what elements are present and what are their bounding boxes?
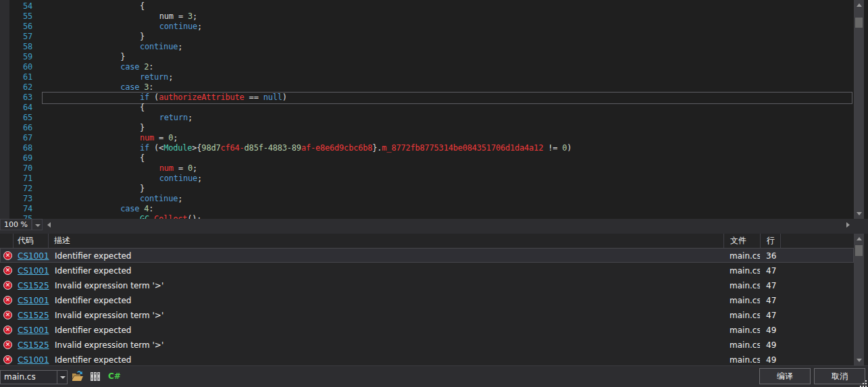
column-severity[interactable] xyxy=(0,234,14,248)
error-code-link[interactable]: CS1525 xyxy=(18,311,49,320)
error-line: 49 xyxy=(760,323,780,336)
error-row-spacer xyxy=(780,263,853,277)
error-code-cell: CS1001 xyxy=(14,353,49,365)
code-line[interactable]: 74case 4: xyxy=(0,204,868,214)
error-code-link[interactable]: CS1001 xyxy=(18,266,49,276)
error-row[interactable]: ✕CS1001Identifier expectedmain.cs47 xyxy=(0,263,854,278)
error-code-link[interactable]: CS1001 xyxy=(18,296,49,305)
error-code-cell: CS1001 xyxy=(14,323,49,336)
scroll-down-icon[interactable] xyxy=(854,355,864,365)
error-row[interactable]: ✕CS1001Identifier expectedmain.cs36 xyxy=(0,248,854,263)
code-line[interactable]: 69{ xyxy=(0,153,868,163)
code-editor[interactable]: 54{55num = 3;56continue;57}58continue;59… xyxy=(0,0,868,219)
column-code[interactable]: 代码 xyxy=(14,234,49,248)
compile-button[interactable]: 编译 xyxy=(759,368,811,384)
column-file[interactable]: 文件 xyxy=(724,234,761,248)
error-row[interactable]: ✕CS1525Invalid expression term '>'main.c… xyxy=(0,307,854,322)
code-line[interactable]: 68if (<Module>{98d7cf64-d85f-4883-89af-e… xyxy=(0,143,868,153)
code-text: num = 0; xyxy=(43,133,178,143)
code-text: GC.Collect(); xyxy=(43,214,201,219)
error-line: 47 xyxy=(760,263,780,277)
error-row-spacer xyxy=(780,249,853,262)
error-row-spacer xyxy=(780,323,853,336)
code-line[interactable]: 70num = 0; xyxy=(0,163,868,174)
error-code-link[interactable]: CS1001 xyxy=(18,326,49,335)
error-code-cell: CS1525 xyxy=(14,278,49,292)
error-code-link[interactable]: CS1001 xyxy=(18,251,49,261)
error-row-spacer xyxy=(780,353,853,365)
csharp-icon[interactable]: C# xyxy=(108,371,121,381)
open-file-icon[interactable] xyxy=(71,369,84,383)
error-row[interactable]: ✕CS1001Identifier expectedmain.cs49 xyxy=(0,322,854,337)
code-text: num = 3; xyxy=(43,11,197,22)
code-text: case 2: xyxy=(43,62,153,72)
code-line[interactable]: 75GC.Collect(); xyxy=(0,214,868,219)
error-file: main.cs xyxy=(723,308,760,321)
column-line[interactable]: 行 xyxy=(761,234,781,248)
code-line[interactable]: 60case 2: xyxy=(0,62,868,72)
column-spacer xyxy=(781,234,854,248)
column-description[interactable]: 描述 xyxy=(49,234,724,248)
line-number: 70 xyxy=(0,163,32,174)
scroll-right-icon[interactable] xyxy=(842,220,852,230)
editor-statusbar: 100 % xyxy=(0,219,868,230)
code-line[interactable]: 64{ xyxy=(0,103,868,113)
line-number: 73 xyxy=(0,194,32,204)
code-line[interactable]: 57} xyxy=(0,32,868,42)
error-row[interactable]: ✕CS1001Identifier expectedmain.cs47 xyxy=(0,292,854,307)
error-code-link[interactable]: CS1001 xyxy=(18,355,49,365)
error-description: Invalid expression term '>' xyxy=(49,338,723,351)
error-circle-x-icon: ✕ xyxy=(3,326,12,334)
scroll-left-icon[interactable] xyxy=(44,220,54,230)
code-vertical-scrollbar[interactable] xyxy=(854,0,864,219)
code-line[interactable]: 61return; xyxy=(0,72,868,82)
code-editor-lines: 54{55num = 3;56continue;57}58continue;59… xyxy=(0,1,868,219)
code-line[interactable]: 71continue; xyxy=(0,174,868,184)
zoom-level-combobox[interactable]: 100 % xyxy=(0,219,32,230)
code-text: } xyxy=(43,184,145,194)
scrollbar-thumb[interactable] xyxy=(855,18,863,28)
code-line[interactable]: 59} xyxy=(0,52,868,62)
chevron-down-icon xyxy=(35,224,41,227)
error-description: Invalid expression term '>' xyxy=(49,308,723,321)
code-line[interactable]: 62case 3: xyxy=(0,82,868,93)
error-icon-cell: ✕ xyxy=(1,293,14,307)
cancel-button[interactable]: 取消 xyxy=(814,368,865,384)
zoom-dropdown-button[interactable] xyxy=(32,219,43,230)
error-line: 47 xyxy=(760,293,780,307)
code-line[interactable]: 55num = 3; xyxy=(0,11,868,22)
scroll-up-icon[interactable] xyxy=(854,0,864,10)
error-file: main.cs xyxy=(723,263,760,277)
error-description: Identifier expected xyxy=(49,323,723,336)
errors-vertical-scrollbar[interactable] xyxy=(854,234,864,365)
error-code-link[interactable]: CS1525 xyxy=(18,281,49,290)
error-row[interactable]: ✕CS1001Identifier expectedmain.cs49 xyxy=(0,352,854,365)
error-row-spacer xyxy=(780,308,853,321)
code-line[interactable]: 65return; xyxy=(0,113,868,123)
error-row[interactable]: ✕CS1525Invalid expression term '>'main.c… xyxy=(0,337,854,352)
error-circle-x-icon: ✕ xyxy=(3,281,12,290)
code-line[interactable]: 58continue; xyxy=(0,42,868,52)
code-line[interactable]: 54{ xyxy=(0,1,868,11)
code-line-selected[interactable]: 63if (authorizeAttribute == null) xyxy=(0,93,868,103)
assembly-references-icon[interactable] xyxy=(88,369,102,383)
error-row[interactable]: ✕CS1525Invalid expression term '>'main.c… xyxy=(0,278,854,292)
code-line[interactable]: 72} xyxy=(0,184,868,194)
file-selector-dropdown-button[interactable] xyxy=(57,371,67,384)
file-selector-combobox[interactable]: main.cs xyxy=(0,370,68,384)
line-number: 55 xyxy=(0,11,32,22)
scrollbar-thumb[interactable] xyxy=(855,245,863,256)
error-code-link[interactable]: CS1525 xyxy=(18,340,49,350)
error-circle-x-icon: ✕ xyxy=(3,340,12,349)
code-text: continue; xyxy=(43,194,182,204)
code-text: case 4: xyxy=(43,204,153,214)
scroll-down-icon[interactable] xyxy=(854,209,864,219)
error-icon-cell: ✕ xyxy=(1,263,14,277)
code-line[interactable]: 73continue; xyxy=(0,194,868,204)
scroll-up-icon[interactable] xyxy=(854,234,864,244)
resize-grip[interactable] xyxy=(859,378,867,386)
code-line[interactable]: 66} xyxy=(0,123,868,133)
code-line[interactable]: 67num = 0; xyxy=(0,133,868,143)
code-line[interactable]: 56continue; xyxy=(0,22,868,32)
code-horizontal-scrollbar[interactable] xyxy=(43,219,852,230)
